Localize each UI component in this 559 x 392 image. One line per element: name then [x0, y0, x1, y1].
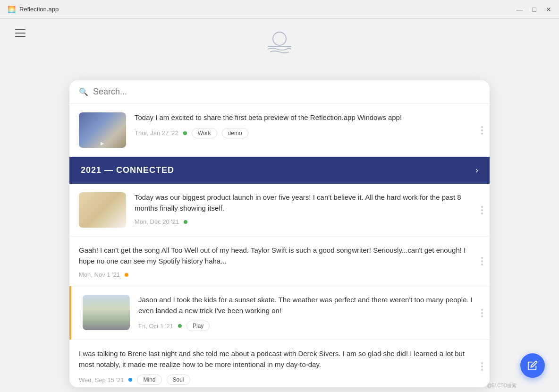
write-fab-button[interactable] [520, 353, 545, 378]
app-logo [263, 28, 296, 59]
mood-dot [184, 220, 187, 224]
journal-list: Today I am excited to share the first be… [69, 104, 490, 387]
mood-dot [125, 273, 128, 277]
entry-text: Today was our biggest product launch in … [135, 192, 480, 213]
entry-content: Jason and I took the kids for a sunset s… [138, 295, 480, 331]
entry-text: Jason and I took the kids for a sunset s… [138, 295, 480, 316]
hamburger-line-1 [15, 29, 25, 30]
list-item[interactable]: I was talking to Brene last night and sh… [69, 340, 490, 387]
list-item[interactable]: Today was our biggest product launch in … [69, 184, 490, 237]
entry-thumbnail [79, 192, 126, 228]
tag-work[interactable]: Work [192, 128, 217, 138]
watermark: @51CTO搜索 [487, 383, 517, 389]
titlebar-left: 🌅 Reflection.app [8, 6, 59, 13]
main-card: 🔍 Today I am excited to share the first … [69, 80, 490, 387]
app-title: Reflection.app [19, 6, 59, 13]
tag-soul[interactable]: Soul [167, 375, 190, 385]
list-item[interactable]: Gaah! I can't get the song All Too Well … [69, 237, 490, 286]
titlebar: 🌅 Reflection.app — □ ✕ [0, 0, 559, 19]
search-bar: 🔍 [69, 80, 490, 104]
entry-date: Fri, Oct 1 '21 [138, 323, 173, 330]
titlebar-controls: — □ ✕ [517, 6, 551, 13]
entry-date: Wed, Sep 15 '21 [79, 376, 124, 383]
entry-date: Mon, Dec 20 '21 [135, 218, 179, 225]
entry-options[interactable] [481, 309, 483, 317]
search-icon: 🔍 [79, 87, 88, 96]
svg-point-0 [273, 32, 286, 45]
entry-options[interactable] [481, 257, 483, 265]
section-chevron-icon: › [475, 165, 478, 175]
entry-options[interactable] [481, 126, 483, 135]
app-container: 🔍 Today I am excited to share the first … [0, 19, 559, 392]
edit-icon [527, 360, 538, 371]
mood-dot [183, 131, 187, 135]
entry-date: Thur, Jan 27 '22 [135, 129, 178, 136]
tag-mind[interactable]: Mind [137, 375, 161, 385]
entry-text: I was talking to Brene last night and sh… [79, 349, 480, 370]
maximize-button[interactable]: □ [533, 6, 536, 13]
entry-meta: Thur, Jan 27 '22 Work demo [135, 128, 480, 138]
entry-content: Today was our biggest product launch in … [135, 192, 480, 225]
mood-dot [128, 378, 132, 382]
section-header-title: 2021 — CONNECTED [81, 165, 174, 175]
entry-text: Today I am excited to share the first be… [135, 112, 480, 123]
tag-play[interactable]: Play [186, 321, 210, 331]
mood-dot [178, 324, 182, 328]
list-item[interactable]: Today I am excited to share the first be… [69, 104, 490, 157]
entry-meta: Wed, Sep 15 '21 Mind Soul [79, 375, 480, 385]
entry-options[interactable] [481, 362, 483, 371]
entry-meta: Mon, Dec 20 '21 [135, 218, 480, 225]
entry-options[interactable] [481, 206, 483, 214]
minimize-button[interactable]: — [517, 6, 523, 13]
search-input[interactable] [93, 87, 480, 97]
section-header[interactable]: 2021 — CONNECTED › [69, 157, 490, 184]
entry-date: Mon, Nov 1 '21 [79, 271, 120, 278]
hamburger-line-2 [15, 33, 25, 34]
entry-meta: Mon, Nov 1 '21 [79, 271, 480, 278]
hamburger-menu[interactable] [15, 29, 25, 37]
list-item[interactable]: Jason and I took the kids for a sunset s… [69, 286, 490, 340]
app-icon: 🌅 [8, 6, 16, 13]
entry-content: Today I am excited to share the first be… [135, 112, 480, 138]
tag-demo[interactable]: demo [222, 128, 248, 138]
hamburger-line-3 [15, 36, 25, 37]
close-button[interactable]: ✕ [546, 6, 551, 13]
entry-meta: Fri, Oct 1 '21 Play [138, 321, 480, 331]
entry-thumbnail [79, 112, 126, 148]
entry-text: Gaah! I can't get the song All Too Well … [79, 245, 480, 266]
entry-thumbnail [83, 295, 130, 330]
